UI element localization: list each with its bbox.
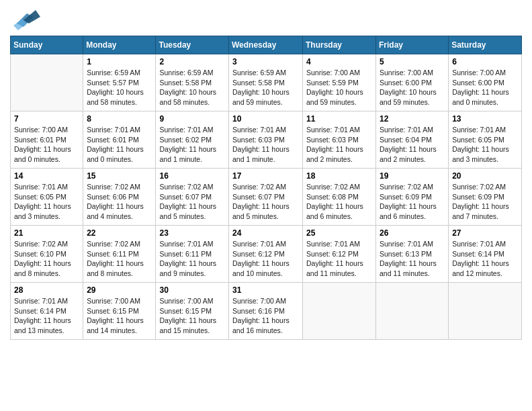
- calendar-cell: 27Sunrise: 7:01 AM Sunset: 6:14 PM Dayli…: [449, 226, 522, 283]
- calendar-week-3: 21Sunrise: 7:02 AM Sunset: 6:10 PM Dayli…: [11, 226, 522, 283]
- day-number: 31: [232, 285, 299, 295]
- header-day-monday: Monday: [83, 36, 156, 54]
- day-info: Sunrise: 7:02 AM Sunset: 6:07 PM Dayligh…: [232, 182, 299, 222]
- logo: [10, 7, 43, 30]
- day-info: Sunrise: 7:01 AM Sunset: 6:14 PM Dayligh…: [452, 239, 518, 279]
- calendar-cell: 20Sunrise: 7:02 AM Sunset: 6:09 PM Dayli…: [449, 169, 522, 226]
- day-number: 9: [159, 114, 225, 124]
- day-info: Sunrise: 7:00 AM Sunset: 6:15 PM Dayligh…: [87, 296, 152, 336]
- day-info: Sunrise: 7:01 AM Sunset: 6:01 PM Dayligh…: [87, 125, 152, 165]
- calendar-cell: 31Sunrise: 7:00 AM Sunset: 6:16 PM Dayli…: [229, 283, 303, 340]
- day-number: 21: [14, 228, 79, 238]
- day-info: Sunrise: 7:01 AM Sunset: 6:03 PM Dayligh…: [232, 125, 299, 165]
- day-info: Sunrise: 7:01 AM Sunset: 6:05 PM Dayligh…: [14, 182, 79, 222]
- day-info: Sunrise: 7:02 AM Sunset: 6:06 PM Dayligh…: [87, 182, 152, 222]
- day-number: 17: [232, 171, 299, 181]
- day-number: 16: [159, 171, 225, 181]
- calendar-week-4: 28Sunrise: 7:01 AM Sunset: 6:14 PM Dayli…: [11, 283, 522, 340]
- calendar-cell: [11, 54, 83, 111]
- day-info: Sunrise: 7:02 AM Sunset: 6:09 PM Dayligh…: [452, 182, 518, 222]
- calendar-cell: 28Sunrise: 7:01 AM Sunset: 6:14 PM Dayli…: [11, 283, 83, 340]
- calendar-header: SundayMondayTuesdayWednesdayThursdayFrid…: [11, 36, 522, 54]
- header-day-thursday: Thursday: [303, 36, 376, 54]
- day-info: Sunrise: 7:01 AM Sunset: 6:03 PM Dayligh…: [306, 125, 372, 165]
- calendar-cell: 17Sunrise: 7:02 AM Sunset: 6:07 PM Dayli…: [229, 169, 303, 226]
- calendar-cell: 11Sunrise: 7:01 AM Sunset: 6:03 PM Dayli…: [303, 111, 376, 169]
- day-info: Sunrise: 7:00 AM Sunset: 6:16 PM Dayligh…: [232, 296, 299, 336]
- day-number: 14: [14, 171, 79, 181]
- day-number: 5: [380, 57, 445, 66]
- day-info: Sunrise: 7:01 AM Sunset: 6:13 PM Dayligh…: [380, 239, 445, 279]
- calendar-week-0: 1Sunrise: 6:59 AM Sunset: 5:57 PM Daylig…: [11, 54, 522, 111]
- day-info: Sunrise: 7:00 AM Sunset: 6:01 PM Dayligh…: [14, 125, 79, 165]
- calendar-cell: 6Sunrise: 7:00 AM Sunset: 6:00 PM Daylig…: [449, 54, 522, 111]
- day-info: Sunrise: 6:59 AM Sunset: 5:57 PM Dayligh…: [87, 68, 152, 107]
- day-info: Sunrise: 7:02 AM Sunset: 6:10 PM Dayligh…: [14, 239, 79, 279]
- calendar-cell: 23Sunrise: 7:01 AM Sunset: 6:11 PM Dayli…: [156, 226, 229, 283]
- day-info: Sunrise: 7:00 AM Sunset: 6:00 PM Dayligh…: [452, 68, 518, 107]
- calendar-table: SundayMondayTuesdayWednesdayThursdayFrid…: [10, 36, 522, 340]
- calendar-cell: 13Sunrise: 7:01 AM Sunset: 6:05 PM Dayli…: [449, 111, 522, 169]
- day-number: 3: [232, 57, 299, 66]
- calendar-cell: 21Sunrise: 7:02 AM Sunset: 6:10 PM Dayli…: [11, 226, 83, 283]
- day-number: 6: [452, 57, 518, 66]
- day-number: 8: [87, 114, 152, 124]
- calendar-cell: 3Sunrise: 6:59 AM Sunset: 5:58 PM Daylig…: [229, 54, 303, 111]
- day-number: 24: [232, 228, 299, 238]
- day-info: Sunrise: 7:01 AM Sunset: 6:05 PM Dayligh…: [452, 125, 518, 165]
- calendar-cell: 30Sunrise: 7:00 AM Sunset: 6:15 PM Dayli…: [156, 283, 229, 340]
- day-number: 20: [452, 171, 518, 181]
- calendar-cell: 4Sunrise: 7:00 AM Sunset: 5:59 PM Daylig…: [303, 54, 376, 111]
- header-day-friday: Friday: [376, 36, 449, 54]
- calendar-cell: 2Sunrise: 6:59 AM Sunset: 5:58 PM Daylig…: [156, 54, 229, 111]
- calendar-cell: 14Sunrise: 7:01 AM Sunset: 6:05 PM Dayli…: [11, 169, 83, 226]
- day-number: 29: [87, 285, 152, 295]
- day-info: Sunrise: 7:02 AM Sunset: 6:11 PM Dayligh…: [87, 239, 152, 279]
- day-number: 26: [380, 228, 445, 238]
- day-number: 30: [159, 285, 225, 295]
- calendar-cell: 1Sunrise: 6:59 AM Sunset: 5:57 PM Daylig…: [83, 54, 156, 111]
- day-number: 25: [306, 228, 372, 238]
- calendar-cell: [449, 283, 522, 340]
- day-number: 12: [380, 114, 445, 124]
- day-number: 10: [232, 114, 299, 124]
- calendar-cell: 29Sunrise: 7:00 AM Sunset: 6:15 PM Dayli…: [83, 283, 156, 340]
- day-number: 22: [87, 228, 152, 238]
- header-day-wednesday: Wednesday: [229, 36, 303, 54]
- calendar-cell: 9Sunrise: 7:01 AM Sunset: 6:02 PM Daylig…: [156, 111, 229, 169]
- calendar-cell: 25Sunrise: 7:01 AM Sunset: 6:12 PM Dayli…: [303, 226, 376, 283]
- calendar-cell: 8Sunrise: 7:01 AM Sunset: 6:01 PM Daylig…: [83, 111, 156, 169]
- calendar-cell: 5Sunrise: 7:00 AM Sunset: 6:00 PM Daylig…: [376, 54, 449, 111]
- day-info: Sunrise: 7:01 AM Sunset: 6:04 PM Dayligh…: [380, 125, 445, 165]
- header-row: SundayMondayTuesdayWednesdayThursdayFrid…: [11, 36, 522, 54]
- calendar-cell: 22Sunrise: 7:02 AM Sunset: 6:11 PM Dayli…: [83, 226, 156, 283]
- day-info: Sunrise: 7:02 AM Sunset: 6:09 PM Dayligh…: [380, 182, 445, 222]
- day-number: 27: [452, 228, 518, 238]
- header-day-sunday: Sunday: [11, 36, 83, 54]
- calendar-cell: 18Sunrise: 7:02 AM Sunset: 6:08 PM Dayli…: [303, 169, 376, 226]
- day-number: 11: [306, 114, 372, 124]
- page-header: [10, 7, 522, 30]
- calendar-cell: 26Sunrise: 7:01 AM Sunset: 6:13 PM Dayli…: [376, 226, 449, 283]
- day-info: Sunrise: 7:00 AM Sunset: 6:15 PM Dayligh…: [159, 296, 225, 336]
- calendar-cell: 12Sunrise: 7:01 AM Sunset: 6:04 PM Dayli…: [376, 111, 449, 169]
- calendar-cell: [376, 283, 449, 340]
- day-number: 1: [87, 57, 152, 66]
- day-number: 28: [14, 285, 79, 295]
- day-info: Sunrise: 7:01 AM Sunset: 6:14 PM Dayligh…: [14, 296, 79, 336]
- day-info: Sunrise: 6:59 AM Sunset: 5:58 PM Dayligh…: [159, 68, 225, 107]
- day-info: Sunrise: 7:00 AM Sunset: 5:59 PM Dayligh…: [306, 68, 372, 107]
- calendar-cell: [303, 283, 376, 340]
- day-number: 7: [14, 114, 79, 124]
- day-number: 19: [380, 171, 445, 181]
- day-info: Sunrise: 7:01 AM Sunset: 6:12 PM Dayligh…: [306, 239, 372, 279]
- calendar-week-2: 14Sunrise: 7:01 AM Sunset: 6:05 PM Dayli…: [11, 169, 522, 226]
- calendar-cell: 16Sunrise: 7:02 AM Sunset: 6:07 PM Dayli…: [156, 169, 229, 226]
- day-info: Sunrise: 7:02 AM Sunset: 6:07 PM Dayligh…: [159, 182, 225, 222]
- calendar-cell: 15Sunrise: 7:02 AM Sunset: 6:06 PM Dayli…: [83, 169, 156, 226]
- day-info: Sunrise: 7:01 AM Sunset: 6:11 PM Dayligh…: [159, 239, 225, 279]
- day-info: Sunrise: 7:01 AM Sunset: 6:12 PM Dayligh…: [232, 239, 299, 279]
- day-info: Sunrise: 7:00 AM Sunset: 6:00 PM Dayligh…: [380, 68, 445, 107]
- header-day-tuesday: Tuesday: [156, 36, 229, 54]
- day-number: 23: [159, 228, 225, 238]
